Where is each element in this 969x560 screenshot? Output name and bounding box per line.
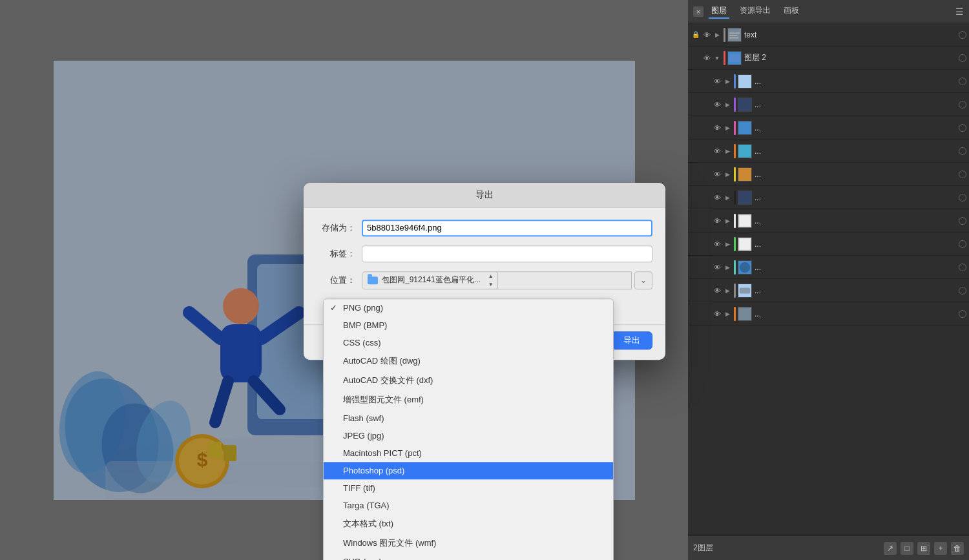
- svg-rect-29: [729, 32, 740, 34]
- panel-menu-icon[interactable]: ☰: [955, 6, 964, 17]
- format-check-png: ✓: [330, 303, 337, 313]
- format-option-wmf[interactable]: Windows 图元文件 (wmf): [324, 534, 613, 553]
- panel-close-btn[interactable]: ×: [693, 6, 703, 17]
- delete-layer-btn[interactable]: 🗑: [951, 542, 964, 555]
- eye-icon[interactable]: 👁: [711, 238, 723, 250]
- layer-color-bar: [734, 144, 736, 158]
- location-folder-btn[interactable]: 包图网_912141蓝色扁平化... ▲ ▼: [362, 271, 632, 289]
- location-row: 位置： 包图网_912141蓝色扁平化... ▲ ▼ ⌄: [317, 271, 652, 289]
- eye-icon[interactable]: 👁: [711, 308, 723, 320]
- eye-icon[interactable]: 👁: [711, 262, 723, 273]
- layer-row-sub7[interactable]: 👁 ▶ ...: [688, 209, 969, 233]
- layer-color-bar: [734, 191, 736, 205]
- eye-icon[interactable]: 👁: [701, 29, 713, 41]
- arrange-layers-btn[interactable]: ⊞: [917, 542, 930, 555]
- expand-icon[interactable]: ▶: [723, 263, 732, 272]
- format-option-svg[interactable]: SVG (svg): [324, 553, 613, 560]
- layer-name-sub2: ...: [755, 100, 956, 109]
- location-expand-btn[interactable]: ⌄: [634, 271, 652, 289]
- layer-color-bar: [734, 214, 736, 228]
- format-option-jpg[interactable]: JPEG (jpg): [324, 427, 613, 444]
- layer-row-sub6[interactable]: 👁 ▶ ...: [688, 186, 969, 209]
- tab-assets[interactable]: 资源导出: [737, 4, 773, 19]
- tag-input[interactable]: [362, 245, 652, 262]
- lock-icon: [701, 216, 711, 226]
- eye-icon[interactable]: 👁: [711, 215, 723, 227]
- dialog-title-text: 导出: [475, 189, 494, 200]
- expand-icon[interactable]: ▶: [723, 100, 732, 109]
- export-dialog: 导出 存储为： 标签： 位置： 包图网_912141蓝色扁平化... ▲ ▼: [304, 183, 665, 360]
- expand-icon[interactable]: ▶: [723, 193, 732, 202]
- save-as-input[interactable]: [362, 220, 652, 236]
- expand-icon[interactable]: ▶: [723, 170, 732, 179]
- lock-icon: [701, 309, 711, 319]
- layer-row-layer2[interactable]: 👁 ▼ 图层 2: [688, 47, 969, 70]
- eye-icon[interactable]: 👁: [711, 285, 723, 296]
- eye-icon[interactable]: 👁: [711, 99, 723, 110]
- format-option-pct[interactable]: Macintosh PICT (pct): [324, 444, 613, 462]
- add-layer-btn[interactable]: +: [934, 542, 947, 555]
- svg-point-41: [740, 262, 750, 272]
- layer-circle: [959, 217, 966, 225]
- expand-icon[interactable]: ▶: [713, 30, 722, 39]
- stepper-down-btn[interactable]: ▼: [484, 280, 497, 289]
- layer-row-sub3[interactable]: 👁 ▶ ...: [688, 116, 969, 140]
- format-option-bmp[interactable]: BMP (BMP): [324, 316, 613, 334]
- format-option-tga[interactable]: Targa (TGA): [324, 497, 613, 514]
- eye-icon[interactable]: 👁: [711, 192, 723, 203]
- stepper-up-btn[interactable]: ▲: [484, 272, 497, 280]
- new-layer-btn[interactable]: □: [901, 542, 913, 555]
- format-option-psd[interactable]: Photoshop (psd): [324, 462, 613, 479]
- expand-icon[interactable]: ▶: [723, 123, 732, 132]
- eye-icon[interactable]: 👁: [701, 52, 713, 64]
- layer-row-sub2[interactable]: 👁 ▶ ...: [688, 93, 969, 116]
- format-option-swf[interactable]: Flash (swf): [324, 410, 613, 427]
- layer-row-sub8[interactable]: 👁 ▶ ...: [688, 233, 969, 256]
- format-option-emf[interactable]: 增强型图元文件 (emf): [324, 390, 613, 410]
- expand-icon[interactable]: ▶: [723, 240, 732, 249]
- layer-name-sub1: ...: [755, 77, 956, 86]
- expand-icon[interactable]: ▶: [723, 77, 732, 86]
- tab-layers[interactable]: 图层: [709, 4, 729, 19]
- svg-rect-39: [739, 214, 751, 226]
- expand-icon[interactable]: ▶: [723, 147, 732, 156]
- location-selector: 包图网_912141蓝色扁平化... ▲ ▼ ⌄: [362, 271, 652, 289]
- expand-icon[interactable]: ▼: [713, 54, 722, 63]
- format-option-png[interactable]: ✓ PNG (png): [324, 299, 613, 316]
- export-button[interactable]: 导出: [611, 331, 652, 349]
- lock-icon: [701, 76, 711, 87]
- tab-artboard[interactable]: 画板: [781, 4, 802, 19]
- layer-circle: [959, 147, 966, 155]
- layer-color-bar: [734, 260, 736, 275]
- location-stepper[interactable]: ▲ ▼: [484, 271, 498, 289]
- expand-icon[interactable]: ▶: [723, 286, 732, 295]
- layer-row-sub5[interactable]: 👁 ▶ ...: [688, 163, 969, 186]
- export-layers-btn[interactable]: ↗: [884, 542, 897, 555]
- format-option-dwg[interactable]: AutoCAD 绘图 (dwg): [324, 351, 613, 371]
- svg-rect-38: [739, 191, 751, 203]
- layer-row-sub9[interactable]: 👁 ▶ ...: [688, 256, 969, 279]
- layer-row-sub4[interactable]: 👁 ▶ ...: [688, 140, 969, 163]
- layer-name-sub7: ...: [755, 216, 956, 225]
- eye-icon[interactable]: 👁: [711, 122, 723, 134]
- layer-row-sub10[interactable]: 👁 ▶ ...: [688, 279, 969, 302]
- format-option-css[interactable]: CSS (css): [324, 334, 613, 351]
- svg-point-35: [740, 123, 750, 132]
- layer-thumb: [738, 284, 752, 298]
- format-option-tif[interactable]: TIFF (tif): [324, 479, 613, 497]
- expand-icon[interactable]: ▶: [723, 309, 732, 318]
- eye-icon[interactable]: 👁: [711, 145, 723, 157]
- eye-icon[interactable]: 👁: [711, 76, 723, 87]
- layer-row-text[interactable]: 🔒 👁 ▶ text: [688, 23, 969, 47]
- layer-row-sub1[interactable]: 👁 ▶ ...: [688, 70, 969, 93]
- lock-icon: [701, 146, 711, 156]
- format-option-txt[interactable]: 文本格式 (txt): [324, 514, 613, 534]
- layer-color-bar: [724, 28, 725, 42]
- layer-color-bar: [734, 284, 736, 298]
- layer-row-sub11[interactable]: 👁 ▶ ...: [688, 302, 969, 326]
- eye-icon[interactable]: 👁: [711, 169, 723, 180]
- expand-icon[interactable]: ▶: [723, 216, 732, 225]
- lock-icon: [701, 192, 711, 203]
- format-option-dxf[interactable]: AutoCAD 交换文件 (dxf): [324, 371, 613, 390]
- layer-color-bar: [734, 307, 736, 321]
